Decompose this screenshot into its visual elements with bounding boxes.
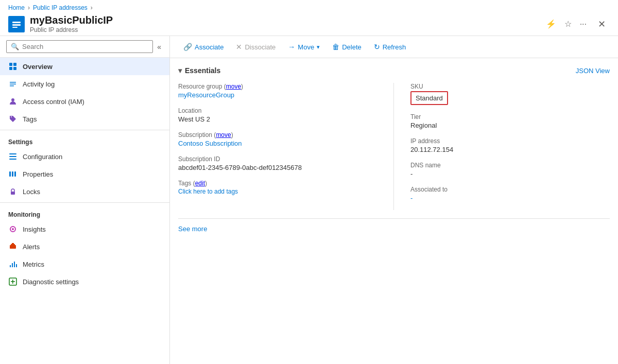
sidebar-label-alerts: Alerts xyxy=(23,243,40,251)
search-input-wrap: 🔍 xyxy=(6,40,153,53)
tier-value: Regional xyxy=(410,122,610,129)
essentials-title: ▾ Essentials xyxy=(178,66,220,75)
resource-name: myBasicPublicIP xyxy=(30,14,539,26)
refresh-icon: ↻ xyxy=(374,43,380,51)
svg-point-10 xyxy=(11,98,14,101)
associated-to-field: Associated to - xyxy=(410,186,610,202)
more-button[interactable]: ··· xyxy=(578,18,589,31)
ip-address-value: 20.112.72.154 xyxy=(410,146,610,153)
svg-rect-4 xyxy=(13,63,16,66)
favorite-button[interactable]: ☆ xyxy=(562,17,574,31)
sidebar-item-metrics[interactable]: Metrics xyxy=(0,255,169,273)
breadcrumb-public-ips[interactable]: Public IP addresses xyxy=(33,4,88,11)
search-input[interactable] xyxy=(22,43,148,50)
svg-rect-5 xyxy=(9,67,12,70)
resource-group-move-link[interactable]: move xyxy=(226,83,241,90)
tier-field: Tier Regional xyxy=(410,113,610,129)
see-more-link[interactable]: See more xyxy=(178,225,207,233)
resource-header: myBasicPublicIP Public IP address ⚡ ☆ ··… xyxy=(8,14,610,33)
tags-edit-link[interactable]: edit xyxy=(195,180,205,187)
svg-rect-1 xyxy=(12,24,21,26)
essentials-section: ▾ Essentials JSON View Resource group (m… xyxy=(170,58,618,241)
associate-button[interactable]: 🔗 Associate xyxy=(178,40,229,54)
essentials-grid: Resource group (move) myResourceGroup Lo… xyxy=(178,83,610,210)
search-icon: 🔍 xyxy=(11,43,19,50)
resource-title-block: myBasicPublicIP Public IP address xyxy=(30,14,539,33)
sidebar-label-metrics: Metrics xyxy=(23,261,44,268)
subscription-field: Subscription (move) Contoso Subscription xyxy=(178,131,377,147)
move-icon: → xyxy=(288,43,295,51)
move-chevron-icon: ▾ xyxy=(317,44,320,50)
associate-icon: 🔗 xyxy=(183,43,192,51)
delete-icon: 🗑 xyxy=(332,43,339,51)
breadcrumb-sep2: › xyxy=(91,4,93,11)
subscription-value-link[interactable]: Contoso Subscription xyxy=(178,140,242,147)
svg-rect-11 xyxy=(9,153,16,154)
sidebar-item-activity-log[interactable]: Activity log xyxy=(0,75,169,93)
svg-rect-0 xyxy=(12,22,21,23)
svg-rect-2 xyxy=(12,27,18,28)
svg-rect-3 xyxy=(9,63,12,66)
collapse-sidebar-button[interactable]: « xyxy=(155,41,163,53)
svg-rect-16 xyxy=(14,171,16,177)
sidebar-label-iam: Access control (IAM) xyxy=(23,98,84,106)
essentials-left: Resource group (move) myResourceGroup Lo… xyxy=(178,83,394,210)
iam-icon xyxy=(8,97,18,106)
sidebar-item-locks[interactable]: Locks xyxy=(0,183,169,200)
overview-icon xyxy=(8,62,18,71)
refresh-button[interactable]: ↻ Refresh xyxy=(369,40,411,54)
ip-address-field: IP address 20.112.72.154 xyxy=(410,137,610,153)
sku-field: SKU Standard xyxy=(410,83,610,105)
main-layout: 🔍 « Overview Activity log Acc xyxy=(0,36,618,364)
dns-name-value: - xyxy=(410,170,610,178)
svg-rect-15 xyxy=(12,171,13,177)
sidebar-item-iam[interactable]: Access control (IAM) xyxy=(0,93,169,110)
top-bar: Home › Public IP addresses › myBasicPubl… xyxy=(0,0,618,36)
subscription-id-value: abcdef01-2345-6789-0abc-def012345678 xyxy=(178,164,377,171)
svg-rect-29 xyxy=(12,280,13,284)
sidebar-item-insights[interactable]: Insights xyxy=(0,220,169,238)
associated-to-value[interactable]: - xyxy=(410,194,413,202)
svg-rect-24 xyxy=(12,263,13,267)
essentials-header: ▾ Essentials JSON View xyxy=(178,66,610,75)
move-button[interactable]: → Move ▾ xyxy=(283,40,325,54)
dissociate-button[interactable]: ✕ Dissociate xyxy=(231,40,281,54)
sidebar-item-tags[interactable]: Tags xyxy=(0,110,169,128)
svg-rect-26 xyxy=(16,264,17,267)
essentials-chevron-icon: ▾ xyxy=(178,66,182,75)
resource-group-field: Resource group (move) myResourceGroup xyxy=(178,83,377,99)
sidebar-item-alerts[interactable]: Alerts xyxy=(0,238,169,255)
sidebar-label-locks: Locks xyxy=(23,188,40,196)
toolbar: 🔗 Associate ✕ Dissociate → Move ▾ 🗑 Dele… xyxy=(170,36,618,58)
sidebar-item-overview[interactable]: Overview xyxy=(0,58,169,75)
locks-icon xyxy=(8,187,18,196)
subscription-move-link[interactable]: move xyxy=(216,131,231,138)
dns-name-field: DNS name - xyxy=(410,162,610,178)
activity-icon xyxy=(8,79,18,89)
close-button[interactable]: ✕ xyxy=(594,16,610,32)
add-tags-link[interactable]: Click here to add tags xyxy=(178,188,377,195)
sidebar-label-properties: Properties xyxy=(23,170,53,178)
breadcrumb-home[interactable]: Home xyxy=(8,4,25,11)
location-value: West US 2 xyxy=(178,115,377,123)
sidebar-label-insights: Insights xyxy=(23,226,46,233)
svg-rect-17 xyxy=(11,192,15,195)
json-view-link[interactable]: JSON View xyxy=(576,67,610,75)
svg-rect-22 xyxy=(12,243,14,244)
delete-button[interactable]: 🗑 Delete xyxy=(327,40,367,54)
svg-rect-14 xyxy=(9,171,11,177)
svg-rect-21 xyxy=(11,244,15,245)
pin-button[interactable]: ⚡ xyxy=(544,17,558,31)
sidebar-item-configuration[interactable]: Configuration xyxy=(0,148,169,165)
resource-group-value-link[interactable]: myResourceGroup xyxy=(178,91,234,99)
header-actions: ⚡ ☆ ··· xyxy=(544,17,589,31)
sidebar-item-diagnostic[interactable]: Diagnostic settings xyxy=(0,273,169,290)
sidebar-item-properties[interactable]: Properties xyxy=(0,165,169,183)
svg-rect-25 xyxy=(14,262,15,267)
sidebar: 🔍 « Overview Activity log Acc xyxy=(0,36,170,364)
alerts-icon xyxy=(8,242,18,251)
resource-type: Public IP address xyxy=(30,26,539,33)
location-field: Location West US 2 xyxy=(178,107,377,123)
essentials-right: SKU Standard Tier Regional IP address 20… xyxy=(394,83,610,210)
breadcrumb: Home › Public IP addresses › xyxy=(8,4,610,11)
